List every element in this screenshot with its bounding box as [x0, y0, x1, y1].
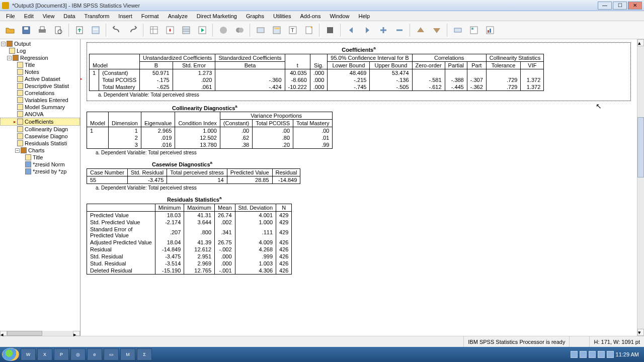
menu-edit[interactable]: Edit [20, 12, 38, 20]
outline-pane[interactable]: −Output Log −Regression Title Notes Acti… [0, 39, 80, 331]
outline-chart-zresid-norm[interactable]: *zresid Norm [0, 161, 80, 168]
variables-button[interactable] [179, 23, 193, 37]
coefficients-table[interactable]: Model Unstandardized Coefficients Standa… [89, 54, 544, 91]
collinearity-table[interactable]: Model Dimension Eigenvalue Condition Ind… [87, 112, 333, 149]
nav-back-button[interactable] [344, 23, 358, 37]
outline-regression[interactable]: −Regression [0, 54, 80, 61]
task-app1[interactable]: ◎ [70, 348, 86, 360]
maximize-button[interactable]: ☐ [613, 2, 627, 10]
toolbar: T [0, 21, 644, 39]
menu-directmarketing[interactable]: Direct Marketing [193, 12, 241, 20]
coefficients-block[interactable]: Coefficientsa Model Unstandardized Coeff… [87, 42, 631, 101]
table-row: Residual-14.84912.612-.0024.268426 [87, 246, 292, 253]
menu-insert[interactable]: Insert [114, 12, 136, 20]
task-spss[interactable]: Σ [137, 348, 152, 360]
outline-root[interactable]: −Output [0, 40, 80, 47]
close-button[interactable]: ✕ [628, 2, 642, 10]
outline-chart-title[interactable]: Title [0, 154, 80, 161]
outline-hscrollbar[interactable]: ◂▸ [0, 331, 80, 336]
outline-item-collinearity[interactable]: Collinearity Diagn [0, 126, 80, 133]
print-preview-button[interactable] [51, 23, 65, 37]
outline-item-notes[interactable]: Notes [0, 68, 80, 75]
show-hide-button[interactable] [414, 23, 428, 37]
menu-utilities[interactable]: Utilities [269, 12, 295, 20]
insert-title-button[interactable] [270, 23, 284, 37]
task-gmail[interactable]: M [120, 348, 135, 360]
outline-item-casewise[interactable]: Casewise Diagno [0, 133, 80, 140]
recall-dialog-button[interactable] [89, 23, 103, 37]
outline-charts[interactable]: −Charts [0, 147, 80, 154]
system-tray[interactable]: 11:29 AM [571, 351, 642, 358]
menu-file[interactable]: File [2, 12, 19, 20]
menu-view[interactable]: View [39, 12, 59, 20]
main-area: −Output Log −Regression Title Notes Acti… [0, 39, 644, 336]
redo-button[interactable] [126, 23, 140, 37]
create-graph-button[interactable] [483, 23, 497, 37]
script-button[interactable] [467, 23, 481, 37]
task-ie[interactable]: e [87, 348, 102, 360]
content-pane[interactable]: ▸ Coefficientsa Model Unstandardized Coe… [80, 39, 637, 336]
select-last-button[interactable] [216, 23, 230, 37]
tray-icon[interactable] [571, 351, 578, 358]
residuals-title: Residuals Statisticsa [167, 196, 631, 203]
task-word[interactable]: W [21, 348, 36, 360]
outline-item-title[interactable]: Title [0, 61, 80, 68]
tray-clock[interactable]: 11:29 AM [616, 351, 639, 357]
outline-item-coefficients[interactable]: ▸Coefficients [0, 118, 80, 126]
designate-window-button[interactable] [232, 23, 247, 37]
task-excel[interactable]: X [37, 348, 52, 360]
demote-button[interactable] [392, 23, 407, 37]
menu-data[interactable]: Data [59, 12, 79, 20]
casewise-table[interactable]: Case Number Std. Residual Total perceive… [87, 168, 300, 184]
outline-item-descriptive-stats[interactable]: Descriptive Statist [0, 82, 80, 89]
outline-item-anova[interactable]: ANOVA [0, 111, 80, 118]
start-button[interactable] [2, 348, 19, 361]
associate-button[interactable] [451, 23, 465, 37]
insert-text-button[interactable]: T [286, 23, 300, 37]
table-row: 112.9651.000.00.00.00 [87, 127, 333, 135]
titlebar: *Output3 [Document3] - IBM SPSS Statisti… [0, 0, 644, 11]
outline-item-correlations[interactable]: Correlations [0, 89, 80, 97]
table-row: 3.01613.780.38.20.99 [87, 141, 333, 149]
goto-data-button[interactable] [147, 23, 161, 37]
task-explorer[interactable]: ▭ [104, 348, 119, 360]
menu-help[interactable]: Help [355, 12, 374, 20]
close-item-button[interactable] [323, 23, 337, 37]
tray-icon[interactable] [607, 351, 614, 358]
svg-rect-22 [274, 28, 279, 29]
outline-item-variables-entered[interactable]: Variables Entered [0, 97, 80, 104]
outline-item-residuals[interactable]: Residuals Statisti [0, 140, 80, 147]
menu-format[interactable]: Format [137, 12, 163, 20]
table-row: Adjusted Predicted Value18.0441.3926.754… [87, 239, 292, 246]
collapse-button[interactable] [430, 23, 444, 37]
menu-addons[interactable]: Add-ons [296, 12, 325, 20]
menu-analyze[interactable]: Analyze [164, 12, 192, 20]
save-button[interactable] [19, 23, 33, 37]
coefficients-footnote: a. Dependent Variable: Total perceived s… [98, 92, 628, 98]
minimize-button[interactable]: — [598, 2, 612, 10]
run-button[interactable] [195, 23, 209, 37]
svg-point-19 [238, 28, 244, 33]
task-powerpoint[interactable]: P [54, 348, 69, 360]
menu-graphs[interactable]: Graphs [242, 12, 268, 20]
menu-window[interactable]: Window [326, 12, 353, 20]
open-button[interactable] [3, 23, 17, 37]
goto-variable-button[interactable] [163, 23, 177, 37]
export-button[interactable] [72, 23, 87, 37]
outline-item-active-dataset[interactable]: Active Dataset [0, 75, 80, 82]
residuals-table[interactable]: Minimum Maximum Mean Std. Deviation N Pr… [87, 204, 292, 275]
content-vscrollbar[interactable]: ▴▾ [637, 39, 644, 336]
tray-icon[interactable] [580, 351, 587, 358]
outline-item-model-summary[interactable]: Model Summary [0, 104, 80, 111]
menu-transform[interactable]: Transform [80, 12, 114, 20]
nav-forward-button[interactable] [360, 23, 374, 37]
tray-icon[interactable] [589, 351, 596, 358]
print-button[interactable] [35, 23, 49, 37]
promote-button[interactable] [376, 23, 390, 37]
new-text-button[interactable] [302, 23, 316, 37]
insert-heading-button[interactable] [254, 23, 268, 37]
outline-log[interactable]: Log [0, 47, 80, 54]
outline-chart-zresid-by-zp[interactable]: *zresid by *zp [0, 168, 80, 175]
tray-icon[interactable] [598, 351, 605, 358]
undo-button[interactable] [110, 23, 124, 37]
